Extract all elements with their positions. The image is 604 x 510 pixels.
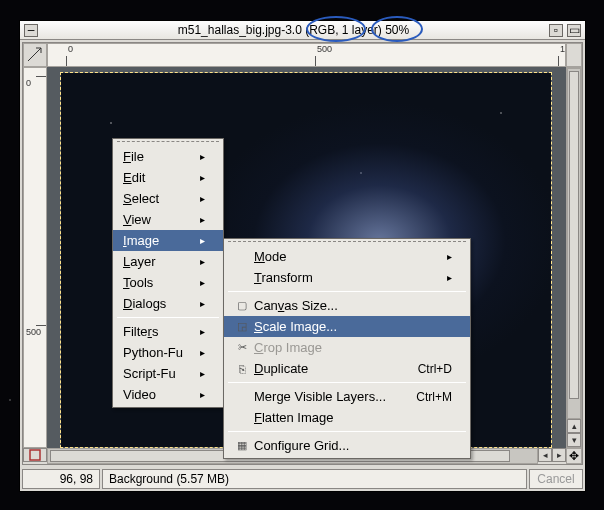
menu-item-label: Select [123, 191, 159, 206]
menu-main-dialogs[interactable]: Dialogs▸ [113, 293, 223, 314]
menu-main-layer[interactable]: Layer▸ [113, 251, 223, 272]
menu-main-script-fu[interactable]: Script-Fu▸ [113, 363, 223, 384]
submenu-arrow-icon: ▸ [186, 389, 205, 400]
ruler-tick [558, 56, 559, 66]
submenu-arrow-icon: ▸ [186, 235, 205, 246]
scale-image-icon: ◲ [234, 320, 250, 333]
cancel-button[interactable]: Cancel [529, 469, 583, 489]
menu-main-filters[interactable]: Filters▸ [113, 321, 223, 342]
crop-image-icon: ✂ [234, 341, 250, 354]
ruler-label: 500 [317, 44, 332, 54]
window-menu-button[interactable]: – [24, 24, 38, 37]
ruler-origin-toggle[interactable] [23, 43, 47, 67]
quickmask-toggle[interactable] [23, 448, 47, 462]
menu-item-accel: Ctrl+D [398, 362, 452, 376]
scroll-left-button[interactable]: ◂ [538, 448, 552, 462]
menu-main-file[interactable]: File▸ [113, 146, 223, 167]
nav-preview-button[interactable]: ✥ [566, 448, 582, 464]
ruler-corner-tr [566, 43, 582, 67]
menu-item-label: Canvas Size... [254, 298, 338, 313]
menu-separator [228, 431, 466, 432]
menu-main-tools[interactable]: Tools▸ [113, 272, 223, 293]
image-window: – m51_hallas_big.jpg-3.0 (RGB, 1 layer) … [19, 20, 586, 492]
menu-item-label: Flatten Image [254, 410, 334, 425]
submenu-arrow-icon: ▸ [186, 151, 205, 162]
statusbar: 96, 98 Background (5.57 MB) Cancel [20, 467, 585, 491]
menu-item-label: Duplicate [254, 361, 308, 376]
status-coords: 96, 98 [22, 469, 100, 489]
submenu-arrow-icon: ▸ [433, 251, 452, 262]
menu-separator [117, 317, 219, 318]
ruler-label: 0 [68, 44, 73, 54]
menu-image-flatten-image[interactable]: Flatten Image [224, 407, 470, 428]
submenu-arrow-icon: ▸ [186, 368, 205, 379]
menu-item-label: Scale Image... [254, 319, 337, 334]
menu-separator [228, 291, 466, 292]
menu-item-label: Script-Fu [123, 366, 176, 381]
menu-item-label: Image [123, 233, 159, 248]
menu-item-label: Dialogs [123, 296, 166, 311]
menu-item-label: Merge Visible Layers... [254, 389, 386, 404]
menu-item-label: Transform [254, 270, 313, 285]
menu-image-scale-image[interactable]: ◲Scale Image... [224, 316, 470, 337]
menu-image-configure-grid[interactable]: ▦Configure Grid... [224, 435, 470, 456]
scrollbar-v-track[interactable] [567, 68, 581, 419]
ruler-tick [36, 325, 46, 326]
menu-item-label: Filters [123, 324, 158, 339]
titlebar: – m51_hallas_big.jpg-3.0 (RGB, 1 layer) … [20, 21, 585, 40]
scroll-right-button[interactable]: ▸ [552, 448, 566, 462]
submenu-arrow-icon: ▸ [186, 256, 205, 267]
menu-tearoff[interactable] [228, 241, 466, 244]
scroll-up-button[interactable]: ▴ [567, 419, 581, 433]
menu-image-canvas-size[interactable]: ▢Canvas Size... [224, 295, 470, 316]
menu-separator [228, 382, 466, 383]
ruler-label: 500 [26, 327, 41, 337]
menu-item-label: View [123, 212, 151, 227]
status-layer-info: Background (5.57 MB) [102, 469, 527, 489]
menu-item-label: Video [123, 387, 156, 402]
ruler-vertical[interactable]: 0500 [23, 67, 47, 448]
ruler-tick [66, 56, 67, 66]
menu-item-label: File [123, 149, 144, 164]
canvas-size-icon: ▢ [234, 299, 250, 312]
scroll-down-button[interactable]: ▾ [567, 433, 581, 447]
menu-item-label: Edit [123, 170, 145, 185]
submenu-arrow-icon: ▸ [186, 277, 205, 288]
submenu-arrow-icon: ▸ [433, 272, 452, 283]
submenu-arrow-icon: ▸ [186, 298, 205, 309]
submenu-arrow-icon: ▸ [186, 193, 205, 204]
submenu-arrow-icon: ▸ [186, 172, 205, 183]
menu-item-label: Tools [123, 275, 153, 290]
menu-main-image[interactable]: Image▸ [113, 230, 223, 251]
menu-item-label: Configure Grid... [254, 438, 349, 453]
scrollbar-v-thumb[interactable] [569, 71, 579, 399]
ruler-tick [36, 76, 46, 77]
menu-item-label: Python-Fu [123, 345, 183, 360]
menu-item-label: Mode [254, 249, 287, 264]
submenu-arrow-icon: ▸ [186, 214, 205, 225]
window-title: m51_hallas_big.jpg-3.0 (RGB, 1 layer) 50… [40, 23, 547, 37]
menu-image-transform[interactable]: Transform▸ [224, 267, 470, 288]
menu-main-python-fu[interactable]: Python-Fu▸ [113, 342, 223, 363]
menu-main-edit[interactable]: Edit▸ [113, 167, 223, 188]
ruler-label: 0 [26, 78, 31, 88]
menu-image-merge-visible-layers[interactable]: Merge Visible Layers...Ctrl+M [224, 386, 470, 407]
submenu-image: Mode▸Transform▸▢Canvas Size...◲Scale Ima… [223, 238, 471, 459]
ruler-label: 1000 [560, 44, 566, 54]
svg-rect-0 [30, 450, 40, 460]
minimize-button[interactable]: ▫ [549, 24, 563, 37]
menu-main-view[interactable]: View▸ [113, 209, 223, 230]
maximize-button[interactable]: ▭ [567, 24, 581, 37]
menu-main-select[interactable]: Select▸ [113, 188, 223, 209]
menu-image-crop-image: ✂Crop Image [224, 337, 470, 358]
menu-image-mode[interactable]: Mode▸ [224, 246, 470, 267]
duplicate-icon: ⎘ [234, 363, 250, 375]
submenu-arrow-icon: ▸ [186, 347, 205, 358]
scrollbar-vertical[interactable]: ▴ ▾ [566, 67, 582, 448]
menu-image-duplicate[interactable]: ⎘DuplicateCtrl+D [224, 358, 470, 379]
submenu-arrow-icon: ▸ [186, 326, 205, 337]
ruler-horizontal[interactable]: 05001000 [47, 43, 566, 67]
menu-main-video[interactable]: Video▸ [113, 384, 223, 405]
menu-tearoff[interactable] [117, 141, 219, 144]
configure-grid-icon: ▦ [234, 439, 250, 452]
